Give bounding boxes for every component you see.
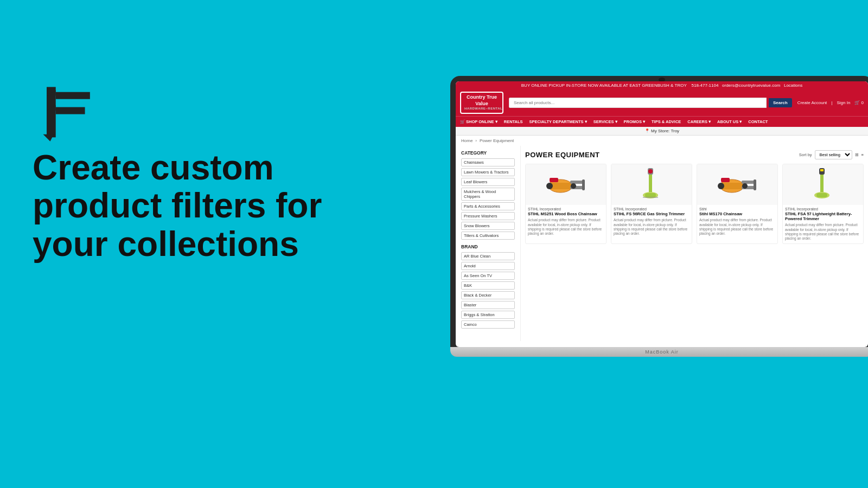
products-title: POWER EQUIPMENT bbox=[525, 151, 600, 159]
site-main: CATEGORY ChainsawsLawn Mowers & Tractors… bbox=[456, 146, 868, 341]
svg-rect-25 bbox=[754, 179, 756, 190]
laptop-screen: BUY ONLINE PICKUP IN-STORE NOW AVAILABLE… bbox=[456, 81, 868, 347]
sidebar-brand-item[interactable]: As Seen On TV bbox=[461, 272, 515, 280]
product-card[interactable]: STIHL Incorporated STIHL FSA 57 Lightwei… bbox=[782, 164, 864, 244]
logo-sub-text: HARDWARE~RENTAL bbox=[464, 107, 499, 111]
products-grid: STIHL Incorporated STIHL MS251 Wood Boss… bbox=[525, 164, 864, 244]
laptop-wrapper: BUY ONLINE PICKUP IN-STORE NOW AVAILABLE… bbox=[450, 76, 868, 357]
svg-point-19 bbox=[648, 169, 653, 174]
product-brand: STIHL Incorporated bbox=[614, 207, 690, 211]
product-info: Stihl Stihl MS170 Chainsaw Actual produc… bbox=[697, 205, 777, 239]
sidebar-category-item[interactable]: Lawn Mowers & Tractors bbox=[461, 168, 515, 176]
products-sort: Sort by Best selling ⊞ ≡ bbox=[799, 150, 864, 159]
svg-rect-17 bbox=[645, 193, 656, 197]
product-image bbox=[697, 164, 777, 205]
svg-rect-28 bbox=[721, 178, 730, 182]
products-header: POWER EQUIPMENT Sort by Best selling ⊞ ≡ bbox=[525, 150, 864, 159]
nav-promos[interactable]: PROMOS ▾ bbox=[624, 119, 645, 124]
sidebar-brand-item[interactable]: Black & Decker bbox=[461, 291, 515, 299]
product-card[interactable]: STIHL Incorporated STIHL FS 56RCE Gas St… bbox=[611, 164, 692, 244]
site-store-bar: 📍 My Store: Troy bbox=[456, 127, 868, 136]
search-input[interactable] bbox=[509, 98, 767, 108]
site-search: Search bbox=[509, 98, 792, 108]
product-name: STIHL FS 56RCE Gas String Trimmer bbox=[614, 211, 690, 216]
breadcrumb-sep: › bbox=[475, 138, 477, 143]
laptop-base: MacBook Air bbox=[450, 347, 868, 357]
product-image bbox=[783, 164, 863, 205]
separator: | bbox=[831, 100, 832, 105]
svg-rect-23 bbox=[742, 181, 755, 184]
sidebar-category-item[interactable]: Chainsaws bbox=[461, 158, 515, 166]
product-name: Stihl MS170 Chainsaw bbox=[699, 211, 775, 216]
nav-services[interactable]: SERVICES ▾ bbox=[593, 119, 617, 124]
svg-rect-14 bbox=[550, 178, 558, 182]
nav-specialty[interactable]: SPECIALTY DEPARTMENTS ▾ bbox=[529, 119, 587, 124]
product-image bbox=[611, 164, 692, 205]
svg-marker-6 bbox=[43, 134, 54, 142]
sort-select[interactable]: Best selling bbox=[815, 150, 852, 159]
site-header: Country True Value HARDWARE~RENTAL Searc… bbox=[456, 89, 868, 116]
product-info: STIHL Incorporated STIHL FS 56RCE Gas St… bbox=[611, 205, 692, 239]
logo-main-text: Country True Value bbox=[464, 94, 499, 107]
nav-tips[interactable]: TIPS & ADVICE bbox=[652, 119, 681, 124]
product-card[interactable]: STIHL Incorporated STIHL MS251 Wood Boss… bbox=[525, 164, 607, 244]
sidebar-category-item[interactable]: Parts & Accessories bbox=[461, 202, 515, 210]
product-image bbox=[526, 164, 606, 205]
site-products: POWER EQUIPMENT Sort by Best selling ⊞ ≡ bbox=[521, 146, 868, 341]
cart-icon[interactable]: 🛒 0 bbox=[854, 100, 864, 105]
svg-rect-5 bbox=[47, 120, 54, 134]
sidebar-category-item[interactable]: Snow Blowers bbox=[461, 222, 515, 230]
sidebar-category-item[interactable]: Leaf Blowers bbox=[461, 178, 515, 186]
site-top-bar: BUY ONLINE PICKUP IN-STORE NOW AVAILABLE… bbox=[456, 81, 868, 89]
sidebar-brand-item[interactable]: Blaster bbox=[461, 301, 515, 309]
laptop-body: BUY ONLINE PICKUP IN-STORE NOW AVAILABLE… bbox=[450, 76, 868, 347]
sidebar-brand-item[interactable]: Arnold bbox=[461, 262, 515, 270]
product-brand: Stihl bbox=[699, 207, 775, 211]
product-desc: Actual product may differ from picture. … bbox=[614, 218, 690, 236]
product-info: STIHL Incorporated STIHL FSA 57 Lightwei… bbox=[783, 205, 863, 243]
sidebar-brand-item[interactable]: Camco bbox=[461, 320, 515, 329]
site-header-right: Create Account | Sign In 🛒 0 bbox=[797, 100, 864, 105]
brand-section: BRAND AR Blue CleanArnoldAs Seen On TVB&… bbox=[461, 244, 515, 329]
nav-about[interactable]: ABOUT US ▾ bbox=[717, 119, 742, 124]
brands-list: AR Blue CleanArnoldAs Seen On TVB&KBlack… bbox=[461, 252, 515, 329]
macbook-label: MacBook Air bbox=[645, 349, 679, 355]
brand-title: BRAND bbox=[461, 244, 515, 249]
svg-rect-1 bbox=[56, 92, 90, 99]
product-desc: Actual product may differ from picture. … bbox=[528, 218, 604, 236]
nav-shop[interactable]: 🛒 SHOP ONLINE ▾ bbox=[460, 119, 497, 124]
sidebar-category-item[interactable]: Pressure Washers bbox=[461, 212, 515, 220]
categories-list: ChainsawsLawn Mowers & TractorsLeaf Blow… bbox=[461, 158, 515, 240]
nav-rentals[interactable]: RENTALS bbox=[504, 119, 523, 124]
search-button[interactable]: Search bbox=[769, 98, 792, 107]
sidebar-category-item[interactable]: Mulchers & Wood Chippers bbox=[461, 188, 515, 201]
svg-point-27 bbox=[742, 183, 748, 189]
category-title: CATEGORY bbox=[461, 150, 515, 156]
svg-rect-3 bbox=[56, 107, 85, 114]
breadcrumb-home[interactable]: Home bbox=[461, 138, 473, 143]
svg-rect-9 bbox=[570, 181, 584, 184]
sidebar-category-item[interactable]: Tillers & Cultivators bbox=[461, 232, 515, 240]
sidebar-brand-item[interactable]: B&K bbox=[461, 281, 515, 290]
svg-rect-33 bbox=[820, 169, 824, 171]
nav-contact[interactable]: CONTACT bbox=[748, 119, 768, 124]
nav-careers[interactable]: CAREERS ▾ bbox=[687, 119, 711, 124]
breadcrumb-current: Power Equipment bbox=[480, 138, 514, 143]
product-card[interactable]: Stihl Stihl MS170 Chainsaw Actual produc… bbox=[697, 164, 778, 244]
product-desc: Actual product may differ from picture. … bbox=[699, 218, 775, 236]
product-desc: Actual product may differ from picture. … bbox=[785, 223, 861, 241]
sidebar-brand-item[interactable]: AR Blue Clean bbox=[461, 252, 515, 260]
headline: Create custom product filters for your c… bbox=[33, 149, 380, 263]
create-account-link[interactable]: Create Account bbox=[797, 100, 827, 105]
sign-in-link[interactable]: Sign In bbox=[837, 100, 850, 105]
product-name: STIHL FSA 57 Lightweight Battery-Powered… bbox=[785, 211, 861, 221]
svg-rect-11 bbox=[582, 179, 585, 190]
grid-view-icon[interactable]: ⊞ bbox=[855, 152, 859, 157]
sort-label: Sort by bbox=[799, 152, 812, 157]
site-nav: 🛒 SHOP ONLINE ▾ RENTALS SPECIALTY DEPART… bbox=[456, 116, 868, 127]
sidebar-brand-item[interactable]: Briggs & Stratton bbox=[461, 311, 515, 319]
svg-rect-31 bbox=[816, 193, 827, 197]
svg-point-26 bbox=[718, 183, 724, 189]
product-brand: STIHL Incorporated bbox=[785, 207, 861, 211]
list-view-icon[interactable]: ≡ bbox=[861, 152, 864, 157]
